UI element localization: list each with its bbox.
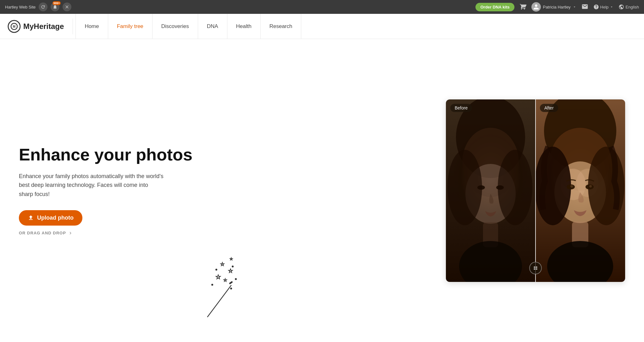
svg-point-23 xyxy=(459,241,522,282)
drag-drop-area[interactable]: OR DRAG AND DROP xyxy=(19,231,195,236)
refresh-icon[interactable] xyxy=(39,3,47,11)
nav-discoveries[interactable]: Discoveries xyxy=(153,14,198,39)
logo-text: MyHeritage xyxy=(23,22,64,31)
globe-icon xyxy=(619,4,624,10)
chevron-down-icon xyxy=(573,5,576,9)
slider-arrows-icon xyxy=(533,265,538,271)
svg-point-20 xyxy=(477,185,485,190)
before-photo: Before xyxy=(446,99,536,282)
svg-point-37 xyxy=(547,241,613,282)
hero-subtitle: Enhance your family photos automatically… xyxy=(19,172,164,199)
logo[interactable]: M MyHeritage xyxy=(8,20,64,33)
svg-line-3 xyxy=(208,285,231,317)
order-dna-button[interactable]: Order DNA kits xyxy=(475,3,515,11)
help-label: Help xyxy=(600,5,609,9)
notification-icon[interactable]: 999+ xyxy=(51,3,59,11)
notification-badge: 999+ xyxy=(53,1,61,5)
hero-right: Before xyxy=(195,99,625,282)
nav-dna[interactable]: DNA xyxy=(198,14,227,39)
user-name: Patricia Hartley xyxy=(543,5,570,9)
site-name: Hartley Web Site xyxy=(5,5,36,9)
nav-links: Home Family tree Discoveries DNA Health … xyxy=(75,14,636,39)
mail-icon[interactable] xyxy=(581,3,588,11)
drag-drop-label: OR DRAG AND DROP xyxy=(19,231,66,235)
svg-point-21 xyxy=(496,185,504,190)
svg-point-35 xyxy=(589,185,592,188)
close-icon[interactable] xyxy=(63,3,71,11)
after-label: After xyxy=(540,104,558,112)
svg-point-33 xyxy=(570,185,573,188)
hero-left: Enhance your photos Enhance your family … xyxy=(19,145,195,236)
nav-home[interactable]: Home xyxy=(75,14,108,39)
cart-icon[interactable] xyxy=(519,3,526,11)
upload-photo-button[interactable]: Upload photo xyxy=(19,210,82,226)
upload-icon xyxy=(28,215,34,221)
svg-point-13 xyxy=(211,284,213,286)
hero-headline: Enhance your photos xyxy=(19,145,195,164)
nav-family-tree[interactable]: Family tree xyxy=(108,14,153,39)
language-label: English xyxy=(625,5,639,9)
svg-point-14 xyxy=(230,288,232,289)
svg-text:M: M xyxy=(13,25,15,28)
before-label: Before xyxy=(450,104,472,112)
topbar: Hartley Web Site 999+ Order DNA kits Pat… xyxy=(0,0,644,14)
chevron-right-icon xyxy=(68,231,73,236)
before-after-divider xyxy=(535,99,536,282)
slider-handle[interactable] xyxy=(529,262,542,274)
help-icon xyxy=(593,4,599,10)
myheritage-logo-icon: M xyxy=(8,20,21,33)
help-chevron-icon xyxy=(610,5,613,9)
after-photo: After xyxy=(536,99,625,282)
topbar-right: Order DNA kits Patricia Hartley Help Eng… xyxy=(475,2,639,12)
before-after-container: Before xyxy=(446,99,625,282)
svg-point-18 xyxy=(447,150,482,225)
upload-label: Upload photo xyxy=(37,215,74,221)
nav-health[interactable]: Health xyxy=(227,14,261,39)
nav-research[interactable]: Research xyxy=(261,14,302,39)
help-area[interactable]: Help xyxy=(593,4,614,10)
topbar-left: Hartley Web Site 999+ xyxy=(5,3,71,11)
language-area[interactable]: English xyxy=(619,4,639,10)
main-content: Enhance your photos Enhance your family … xyxy=(0,39,644,342)
navbar: M MyHeritage Home Family tree Discoverie… xyxy=(0,14,644,39)
user-area[interactable]: Patricia Hartley xyxy=(531,2,576,12)
user-avatar xyxy=(531,2,541,12)
svg-point-31 xyxy=(588,147,625,225)
